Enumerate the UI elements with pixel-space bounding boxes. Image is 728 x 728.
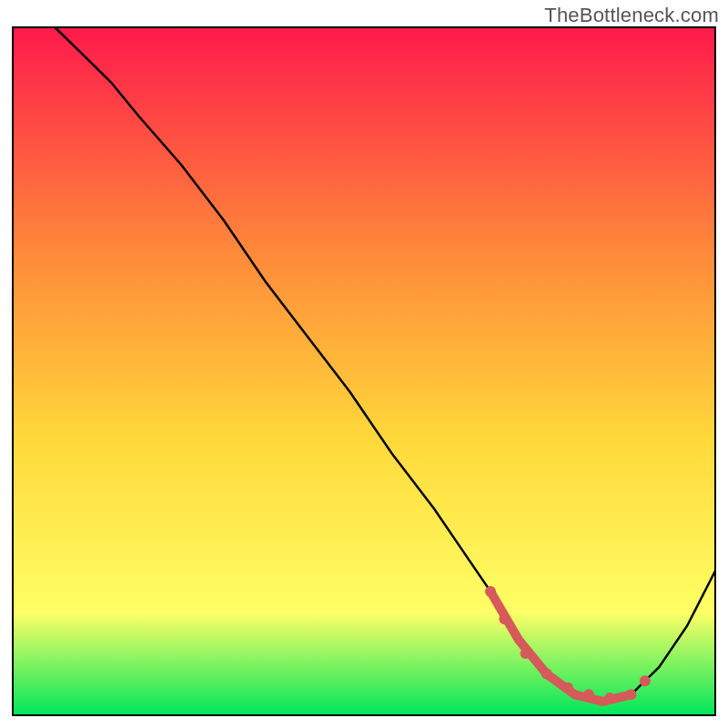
plot-background [13,27,715,715]
marker-dot [583,689,594,700]
marker-dot [521,648,531,659]
marker-dot [562,682,573,693]
marker-dot [485,586,496,597]
marker-dot [625,689,636,700]
marker-dot [640,675,651,686]
marker-dot [541,669,552,680]
chart-area [0,0,728,728]
marker-dot [604,693,615,703]
marker-dot [499,613,510,624]
